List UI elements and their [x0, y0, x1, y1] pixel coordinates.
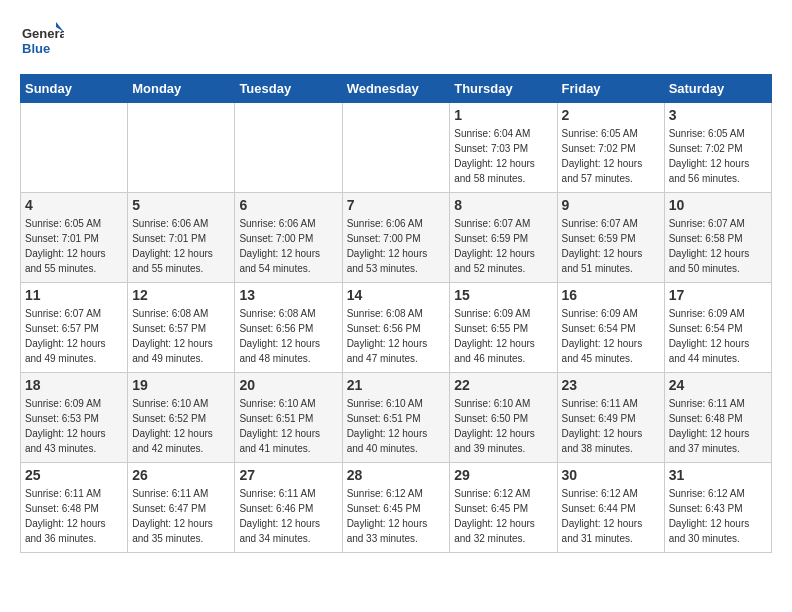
day-cell-28: 28Sunrise: 6:12 AMSunset: 6:45 PMDayligh…	[342, 463, 450, 553]
day-number: 10	[669, 197, 767, 213]
day-info: Sunrise: 6:09 AMSunset: 6:54 PMDaylight:…	[562, 306, 660, 366]
day-cell-24: 24Sunrise: 6:11 AMSunset: 6:48 PMDayligh…	[664, 373, 771, 463]
day-cell-27: 27Sunrise: 6:11 AMSunset: 6:46 PMDayligh…	[235, 463, 342, 553]
day-cell-1: 1Sunrise: 6:04 AMSunset: 7:03 PMDaylight…	[450, 103, 557, 193]
calendar-table: SundayMondayTuesdayWednesdayThursdayFrid…	[20, 74, 772, 553]
day-info: Sunrise: 6:10 AMSunset: 6:51 PMDaylight:…	[347, 396, 446, 456]
day-info: Sunrise: 6:10 AMSunset: 6:52 PMDaylight:…	[132, 396, 230, 456]
day-cell-15: 15Sunrise: 6:09 AMSunset: 6:55 PMDayligh…	[450, 283, 557, 373]
day-info: Sunrise: 6:10 AMSunset: 6:51 PMDaylight:…	[239, 396, 337, 456]
weekday-header-monday: Monday	[128, 75, 235, 103]
week-row-4: 18Sunrise: 6:09 AMSunset: 6:53 PMDayligh…	[21, 373, 772, 463]
day-info: Sunrise: 6:12 AMSunset: 6:45 PMDaylight:…	[347, 486, 446, 546]
logo-svg: General Blue	[20, 20, 64, 64]
day-info: Sunrise: 6:12 AMSunset: 6:45 PMDaylight:…	[454, 486, 552, 546]
day-info: Sunrise: 6:11 AMSunset: 6:46 PMDaylight:…	[239, 486, 337, 546]
day-number: 17	[669, 287, 767, 303]
day-number: 28	[347, 467, 446, 483]
weekday-header-wednesday: Wednesday	[342, 75, 450, 103]
day-info: Sunrise: 6:11 AMSunset: 6:48 PMDaylight:…	[669, 396, 767, 456]
empty-cell	[342, 103, 450, 193]
day-info: Sunrise: 6:06 AMSunset: 7:00 PMDaylight:…	[347, 216, 446, 276]
day-cell-3: 3Sunrise: 6:05 AMSunset: 7:02 PMDaylight…	[664, 103, 771, 193]
day-number: 7	[347, 197, 446, 213]
day-number: 21	[347, 377, 446, 393]
day-number: 26	[132, 467, 230, 483]
day-number: 1	[454, 107, 552, 123]
day-info: Sunrise: 6:09 AMSunset: 6:53 PMDaylight:…	[25, 396, 123, 456]
weekday-header-saturday: Saturday	[664, 75, 771, 103]
day-info: Sunrise: 6:09 AMSunset: 6:55 PMDaylight:…	[454, 306, 552, 366]
day-info: Sunrise: 6:05 AMSunset: 7:01 PMDaylight:…	[25, 216, 123, 276]
day-number: 6	[239, 197, 337, 213]
day-number: 25	[25, 467, 123, 483]
day-cell-20: 20Sunrise: 6:10 AMSunset: 6:51 PMDayligh…	[235, 373, 342, 463]
day-cell-12: 12Sunrise: 6:08 AMSunset: 6:57 PMDayligh…	[128, 283, 235, 373]
svg-text:General: General	[22, 26, 64, 41]
day-info: Sunrise: 6:05 AMSunset: 7:02 PMDaylight:…	[669, 126, 767, 186]
day-number: 22	[454, 377, 552, 393]
week-row-5: 25Sunrise: 6:11 AMSunset: 6:48 PMDayligh…	[21, 463, 772, 553]
day-info: Sunrise: 6:11 AMSunset: 6:49 PMDaylight:…	[562, 396, 660, 456]
day-cell-26: 26Sunrise: 6:11 AMSunset: 6:47 PMDayligh…	[128, 463, 235, 553]
day-info: Sunrise: 6:05 AMSunset: 7:02 PMDaylight:…	[562, 126, 660, 186]
day-info: Sunrise: 6:08 AMSunset: 6:56 PMDaylight:…	[239, 306, 337, 366]
day-info: Sunrise: 6:08 AMSunset: 6:57 PMDaylight:…	[132, 306, 230, 366]
day-cell-18: 18Sunrise: 6:09 AMSunset: 6:53 PMDayligh…	[21, 373, 128, 463]
day-number: 15	[454, 287, 552, 303]
day-number: 4	[25, 197, 123, 213]
empty-cell	[235, 103, 342, 193]
week-row-1: 1Sunrise: 6:04 AMSunset: 7:03 PMDaylight…	[21, 103, 772, 193]
day-number: 23	[562, 377, 660, 393]
weekday-header-friday: Friday	[557, 75, 664, 103]
day-number: 5	[132, 197, 230, 213]
day-info: Sunrise: 6:09 AMSunset: 6:54 PMDaylight:…	[669, 306, 767, 366]
week-row-3: 11Sunrise: 6:07 AMSunset: 6:57 PMDayligh…	[21, 283, 772, 373]
week-row-2: 4Sunrise: 6:05 AMSunset: 7:01 PMDaylight…	[21, 193, 772, 283]
day-number: 14	[347, 287, 446, 303]
day-number: 30	[562, 467, 660, 483]
day-number: 27	[239, 467, 337, 483]
day-cell-23: 23Sunrise: 6:11 AMSunset: 6:49 PMDayligh…	[557, 373, 664, 463]
day-number: 3	[669, 107, 767, 123]
day-info: Sunrise: 6:11 AMSunset: 6:48 PMDaylight:…	[25, 486, 123, 546]
day-cell-9: 9Sunrise: 6:07 AMSunset: 6:59 PMDaylight…	[557, 193, 664, 283]
day-cell-14: 14Sunrise: 6:08 AMSunset: 6:56 PMDayligh…	[342, 283, 450, 373]
day-number: 24	[669, 377, 767, 393]
day-info: Sunrise: 6:08 AMSunset: 6:56 PMDaylight:…	[347, 306, 446, 366]
day-cell-25: 25Sunrise: 6:11 AMSunset: 6:48 PMDayligh…	[21, 463, 128, 553]
day-cell-16: 16Sunrise: 6:09 AMSunset: 6:54 PMDayligh…	[557, 283, 664, 373]
empty-cell	[21, 103, 128, 193]
page-header: General Blue	[20, 20, 772, 64]
day-info: Sunrise: 6:12 AMSunset: 6:43 PMDaylight:…	[669, 486, 767, 546]
day-cell-22: 22Sunrise: 6:10 AMSunset: 6:50 PMDayligh…	[450, 373, 557, 463]
day-cell-19: 19Sunrise: 6:10 AMSunset: 6:52 PMDayligh…	[128, 373, 235, 463]
day-cell-4: 4Sunrise: 6:05 AMSunset: 7:01 PMDaylight…	[21, 193, 128, 283]
day-info: Sunrise: 6:06 AMSunset: 7:01 PMDaylight:…	[132, 216, 230, 276]
day-number: 31	[669, 467, 767, 483]
day-cell-29: 29Sunrise: 6:12 AMSunset: 6:45 PMDayligh…	[450, 463, 557, 553]
day-info: Sunrise: 6:07 AMSunset: 6:57 PMDaylight:…	[25, 306, 123, 366]
day-cell-31: 31Sunrise: 6:12 AMSunset: 6:43 PMDayligh…	[664, 463, 771, 553]
day-number: 20	[239, 377, 337, 393]
day-number: 9	[562, 197, 660, 213]
day-cell-13: 13Sunrise: 6:08 AMSunset: 6:56 PMDayligh…	[235, 283, 342, 373]
day-info: Sunrise: 6:07 AMSunset: 6:59 PMDaylight:…	[562, 216, 660, 276]
day-info: Sunrise: 6:10 AMSunset: 6:50 PMDaylight:…	[454, 396, 552, 456]
day-info: Sunrise: 6:04 AMSunset: 7:03 PMDaylight:…	[454, 126, 552, 186]
day-number: 13	[239, 287, 337, 303]
day-number: 16	[562, 287, 660, 303]
svg-text:Blue: Blue	[22, 41, 50, 56]
day-number: 8	[454, 197, 552, 213]
weekday-header-sunday: Sunday	[21, 75, 128, 103]
day-cell-11: 11Sunrise: 6:07 AMSunset: 6:57 PMDayligh…	[21, 283, 128, 373]
day-number: 11	[25, 287, 123, 303]
logo: General Blue	[20, 20, 64, 64]
day-number: 12	[132, 287, 230, 303]
day-cell-5: 5Sunrise: 6:06 AMSunset: 7:01 PMDaylight…	[128, 193, 235, 283]
empty-cell	[128, 103, 235, 193]
weekday-header-tuesday: Tuesday	[235, 75, 342, 103]
day-cell-30: 30Sunrise: 6:12 AMSunset: 6:44 PMDayligh…	[557, 463, 664, 553]
day-info: Sunrise: 6:07 AMSunset: 6:59 PMDaylight:…	[454, 216, 552, 276]
day-cell-8: 8Sunrise: 6:07 AMSunset: 6:59 PMDaylight…	[450, 193, 557, 283]
